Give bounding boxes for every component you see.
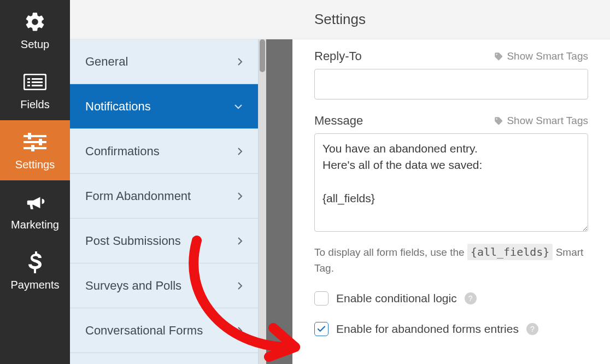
smart-tags-label: Show Smart Tags bbox=[507, 50, 588, 62]
submenu-label: Conversational Forms bbox=[85, 324, 203, 338]
abandoned-entries-checkbox[interactable] bbox=[314, 322, 329, 336]
smart-tags-label: Show Smart Tags bbox=[507, 115, 588, 127]
chevron-right-icon bbox=[237, 57, 243, 66]
chevron-right-icon bbox=[237, 147, 243, 156]
abandoned-entries-row: Enable for abandoned forms entries ? bbox=[314, 322, 588, 336]
rail-item-fields[interactable]: Fields bbox=[0, 60, 70, 120]
submenu-label: General bbox=[85, 55, 128, 69]
help-icon[interactable]: ? bbox=[526, 323, 538, 335]
page-title: Settings bbox=[70, 0, 610, 39]
message-textarea[interactable] bbox=[314, 133, 588, 232]
rail-label: Marketing bbox=[11, 219, 59, 231]
field-reply-to: Reply-To Show Smart Tags bbox=[314, 49, 588, 99]
gear-icon bbox=[23, 10, 47, 34]
svg-rect-12 bbox=[31, 145, 34, 151]
submenu-label: Form Abandonment bbox=[85, 189, 191, 203]
rail-label: Fields bbox=[20, 98, 49, 111]
svg-rect-9 bbox=[24, 147, 46, 149]
conditional-logic-label: Enable conditional logic bbox=[336, 292, 457, 305]
submenu-item-confirmations[interactable]: Confirmations bbox=[70, 129, 258, 174]
sliders-icon bbox=[23, 130, 47, 154]
bullhorn-icon bbox=[23, 190, 47, 214]
show-smart-tags-button[interactable]: Show Smart Tags bbox=[494, 50, 588, 62]
tag-icon bbox=[494, 51, 503, 61]
help-icon[interactable]: ? bbox=[465, 292, 477, 304]
chevron-right-icon bbox=[237, 281, 243, 290]
settings-submenu: General Notifications Confirmations Form… bbox=[70, 39, 259, 364]
check-icon bbox=[316, 324, 326, 334]
reply-to-label: Reply-To bbox=[314, 49, 362, 63]
submenu-item-post-submissions[interactable]: Post Submissions bbox=[70, 219, 258, 263]
svg-rect-8 bbox=[24, 141, 46, 143]
submenu-label: Post Submissions bbox=[85, 234, 181, 248]
dollar-icon bbox=[23, 250, 47, 274]
nav-rail: Setup Fields Settings Marketing Payments bbox=[0, 0, 70, 364]
show-smart-tags-button[interactable]: Show Smart Tags bbox=[494, 115, 588, 127]
svg-rect-2 bbox=[27, 81, 30, 83]
form-panel: Reply-To Show Smart Tags Message Show S bbox=[292, 39, 610, 364]
list-icon bbox=[23, 70, 47, 94]
tag-icon bbox=[494, 116, 503, 126]
svg-rect-10 bbox=[28, 133, 31, 139]
rail-item-settings[interactable]: Settings bbox=[0, 120, 70, 180]
field-message: Message Show Smart Tags bbox=[314, 114, 588, 234]
conditional-logic-checkbox[interactable] bbox=[314, 291, 329, 306]
svg-rect-11 bbox=[39, 139, 42, 145]
right-pane: Settings General Notifications Confirmat… bbox=[70, 0, 610, 364]
submenu-label: Confirmations bbox=[85, 144, 160, 158]
reply-to-input[interactable] bbox=[314, 69, 588, 99]
submenu-label: Surveys and Polls bbox=[85, 279, 181, 293]
message-help-text: To display all form fields, use the {all… bbox=[314, 244, 588, 276]
submenu-item-surveys-polls[interactable]: Surveys and Polls bbox=[70, 263, 258, 308]
rail-item-marketing[interactable]: Marketing bbox=[0, 180, 70, 240]
submenu-item-notifications[interactable]: Notifications bbox=[70, 84, 258, 129]
workspace: General Notifications Confirmations Form… bbox=[70, 39, 610, 364]
scroll-thumb[interactable] bbox=[260, 39, 265, 72]
rail-item-setup[interactable]: Setup bbox=[0, 0, 70, 60]
chevron-right-icon bbox=[237, 237, 243, 245]
chevron-down-icon bbox=[234, 104, 243, 109]
help-code: {all_fields} bbox=[467, 244, 553, 260]
svg-rect-5 bbox=[32, 81, 43, 83]
message-label: Message bbox=[314, 114, 363, 128]
svg-rect-7 bbox=[24, 135, 46, 137]
submenu-scrollbar[interactable] bbox=[259, 39, 266, 364]
conditional-logic-row: Enable conditional logic ? bbox=[314, 291, 588, 306]
svg-rect-1 bbox=[27, 78, 30, 80]
chevron-right-icon bbox=[237, 192, 243, 201]
submenu-item-general[interactable]: General bbox=[70, 39, 258, 84]
abandoned-entries-label: Enable for abandoned forms entries bbox=[336, 322, 519, 336]
rail-item-payments[interactable]: Payments bbox=[0, 240, 70, 301]
svg-rect-3 bbox=[27, 85, 30, 86]
rail-label: Settings bbox=[15, 158, 55, 171]
help-prefix: To display all form fields, use the bbox=[314, 246, 467, 258]
svg-rect-4 bbox=[32, 78, 43, 80]
panel-gap bbox=[266, 39, 292, 364]
rail-label: Payments bbox=[11, 279, 60, 291]
submenu-label: Notifications bbox=[85, 99, 151, 114]
chevron-right-icon bbox=[237, 326, 243, 335]
rail-label: Setup bbox=[21, 38, 49, 51]
submenu-item-form-abandonment[interactable]: Form Abandonment bbox=[70, 174, 258, 219]
svg-rect-6 bbox=[32, 85, 43, 86]
submenu-item-conversational-forms[interactable]: Conversational Forms bbox=[70, 308, 258, 353]
